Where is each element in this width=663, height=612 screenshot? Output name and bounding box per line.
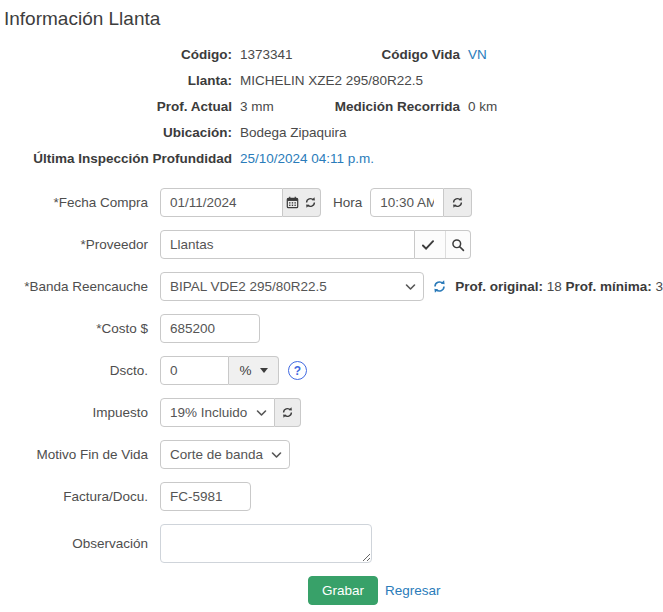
sync-icon[interactable] [432, 279, 447, 294]
medicion-recorrida-label: Medición Recorrida [330, 99, 460, 115]
fecha-compra-label: *Fecha Compra [0, 195, 160, 210]
motivo-fin-de-vida-label: Motivo Fin de Vida [0, 447, 160, 462]
check-icon[interactable] [415, 231, 440, 258]
page-title: Información Llanta [4, 8, 663, 30]
codigo-value: 1373341 [240, 47, 330, 63]
form-row-proveedor: *Proveedor [0, 230, 663, 259]
observacion-label: Observación [0, 536, 160, 551]
ultima-inspeccion-link[interactable]: 25/10/2024 04:11 p.m. [240, 151, 374, 167]
prof-actual-label: Prof. Actual [0, 99, 232, 115]
dscto-group: % [160, 356, 279, 385]
form-actions: Grabar Regresar [308, 576, 663, 605]
refresh-icon[interactable] [304, 196, 317, 209]
search-icon[interactable] [445, 231, 470, 258]
impuesto-select-wrap: 19% Incluido [160, 398, 275, 427]
hora-refresh-addon[interactable] [444, 188, 472, 217]
impuesto-group: 19% Incluido [160, 398, 301, 427]
hora-label: Hora [333, 195, 362, 210]
codigo-vida-link[interactable]: VN [468, 47, 487, 63]
tire-edit-form: *Fecha Compra Hora *Proveedor [0, 188, 663, 605]
form-row-observacion: Observación [0, 524, 663, 563]
banda-reencauche-select[interactable]: BIPAL VDE2 295/80R22.5 [160, 272, 424, 301]
dscto-input[interactable] [160, 356, 229, 385]
form-row-factura: Factura/Docu. [0, 482, 663, 511]
info-row-codigo: Código: 1373341 Código Vida VN [0, 47, 663, 63]
fecha-compra-addon[interactable] [283, 188, 321, 217]
ubicacion-value: Bodega Zipaquira [240, 125, 347, 141]
hora-input[interactable] [370, 188, 444, 217]
fecha-compra-group [160, 188, 321, 217]
llanta-label: Llanta: [0, 73, 232, 89]
form-row-dscto: Dscto. % ? [0, 356, 663, 385]
tire-info-summary: Código: 1373341 Código Vida VN Llanta: M… [0, 47, 663, 167]
form-row-banda-reencauche: *Banda Reencauche BIPAL VDE2 295/80R22.5… [0, 272, 663, 301]
form-row-impuesto: Impuesto 19% Incluido [0, 398, 663, 427]
dscto-label: Dscto. [0, 363, 160, 378]
codigo-vida-label: Código Vida [330, 47, 460, 63]
llanta-value: MICHELIN XZE2 295/80R22.5 [240, 73, 423, 89]
caret-down-icon [260, 368, 268, 373]
calendar-icon[interactable] [286, 196, 299, 209]
proveedor-addon [415, 230, 471, 259]
form-row-motivo-fin-de-vida: Motivo Fin de Vida Corte de banda [0, 440, 663, 469]
ubicacion-label: Ubicación: [0, 125, 232, 141]
proveedor-label: *Proveedor [0, 237, 160, 252]
form-row-fecha-compra: *Fecha Compra Hora [0, 188, 663, 217]
impuesto-select[interactable]: 19% Incluido [160, 398, 275, 427]
info-row-profundidad: Prof. Actual 3 mm Medición Recorrida 0 k… [0, 99, 663, 115]
impuesto-label: Impuesto [0, 405, 160, 420]
prof-actual-value: 3 mm [240, 99, 330, 115]
motivo-fin-de-vida-select[interactable]: Corte de banda [160, 440, 290, 469]
informacion-llanta-page: Información Llanta Código: 1373341 Códig… [0, 0, 663, 605]
info-row-ultima-inspeccion: Última Inspección Profundidad 25/10/2024… [0, 151, 663, 167]
ultima-inspeccion-label: Última Inspección Profundidad [0, 151, 232, 167]
prof-minima-value: 3 [655, 279, 663, 294]
refresh-icon[interactable] [451, 196, 464, 209]
regresar-link[interactable]: Regresar [385, 583, 441, 598]
factura-input[interactable] [160, 482, 251, 511]
proveedor-input[interactable] [160, 230, 415, 259]
costo-input[interactable] [160, 314, 260, 343]
medicion-recorrida-value: 0 km [468, 99, 497, 115]
grabar-button[interactable]: Grabar [308, 576, 378, 605]
prof-minima-label: Prof. mínima: [565, 279, 651, 294]
banda-prof-info: Prof. original: 18 Prof. mínima: 3 [455, 279, 663, 294]
dscto-unit-dropdown[interactable]: % [229, 356, 279, 385]
info-row-llanta: Llanta: MICHELIN XZE2 295/80R22.5 [0, 73, 663, 89]
refresh-icon[interactable] [281, 406, 294, 419]
codigo-label: Código: [0, 47, 232, 63]
fecha-compra-input[interactable] [160, 188, 283, 217]
dscto-unit-label: % [239, 363, 251, 378]
prof-original-label: Prof. original: [455, 279, 543, 294]
impuesto-refresh-addon[interactable] [275, 398, 301, 427]
proveedor-group [160, 230, 471, 259]
observacion-textarea[interactable] [160, 524, 372, 563]
banda-reencauche-select-wrap: BIPAL VDE2 295/80R22.5 [160, 272, 424, 301]
help-icon[interactable]: ? [288, 361, 307, 380]
prof-original-value: 18 [547, 279, 562, 294]
motivo-select-wrap: Corte de banda [160, 440, 290, 469]
costo-label: *Costo $ [0, 321, 160, 336]
factura-label: Factura/Docu. [0, 489, 160, 504]
hora-group [370, 188, 472, 217]
form-row-costo: *Costo $ [0, 314, 663, 343]
info-row-ubicacion: Ubicación: Bodega Zipaquira [0, 125, 663, 141]
banda-reencauche-label: *Banda Reencauche [0, 279, 160, 294]
